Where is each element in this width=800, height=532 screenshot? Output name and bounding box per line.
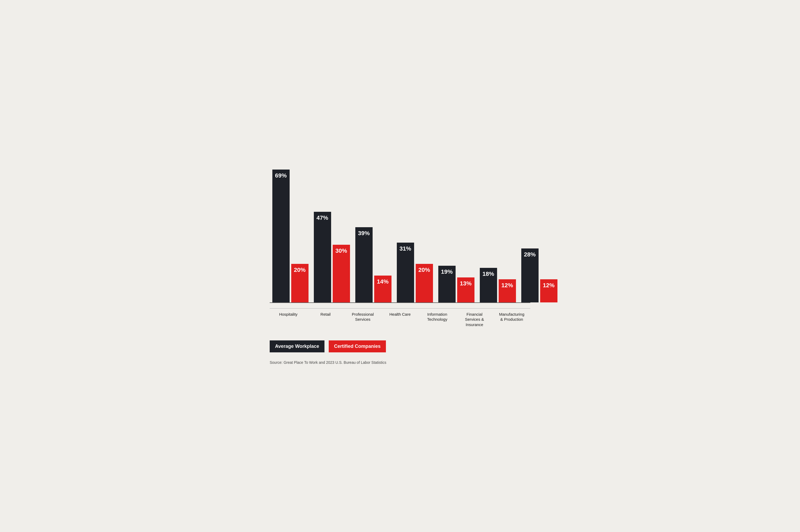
bar-label-red-manufacturing: 12% <box>543 282 554 289</box>
category-label-manufacturing: Manufacturing& Production <box>493 308 530 327</box>
group-retail: 47%30% <box>311 212 353 302</box>
source-label: Source: Great Place To Work and 2023 U.S… <box>270 360 386 365</box>
bar-dark-health-care: 31% <box>397 243 414 302</box>
legend-certified-companies-label: Certified Companies <box>334 344 381 349</box>
bar-label-dark-manufacturing: 28% <box>524 251 535 258</box>
bar-red-manufacturing: 12% <box>540 279 558 302</box>
bar-red-health-care: 20% <box>416 264 433 302</box>
legend: Average Workplace Certified Companies <box>270 340 530 353</box>
category-label-information-technology: InformationTechnology <box>419 308 456 327</box>
legend-average-workplace: Average Workplace <box>270 340 325 353</box>
source-text: Source: Great Place To Work and 2023 U.S… <box>270 360 530 365</box>
bar-label-dark-retail: 47% <box>316 214 328 221</box>
group-professional-services: 39%14% <box>353 227 394 302</box>
bar-label-dark-hospitality: 69% <box>275 172 287 179</box>
bar-label-dark-health-care: 31% <box>399 245 411 252</box>
bar-label-red-hospitality: 20% <box>294 267 306 273</box>
bar-dark-manufacturing: 28% <box>521 248 539 302</box>
group-hospitality: 69%20% <box>270 170 311 302</box>
bar-red-information-technology: 13% <box>457 278 474 302</box>
bar-label-dark-information-technology: 19% <box>441 268 453 275</box>
bar-label-red-financial-services: 12% <box>501 282 513 289</box>
category-label-hospitality: Hospitality <box>270 308 307 327</box>
group-information-technology: 19%13% <box>436 266 477 302</box>
group-manufacturing: 28%12% <box>519 248 560 302</box>
bar-red-professional-services: 14% <box>374 276 392 302</box>
bar-red-financial-services: 12% <box>499 279 516 302</box>
bar-dark-financial-services: 18% <box>480 268 497 302</box>
bar-dark-professional-services: 39% <box>355 227 372 302</box>
bar-label-dark-financial-services: 18% <box>483 270 494 278</box>
bar-label-red-information-technology: 13% <box>460 280 472 287</box>
bar-red-retail: 30% <box>333 245 350 302</box>
group-health-care: 31%20% <box>394 243 436 302</box>
bar-dark-information-technology: 19% <box>438 266 456 302</box>
bar-label-red-health-care: 20% <box>418 267 430 273</box>
bar-dark-retail: 47% <box>314 212 331 302</box>
category-label-financial-services: FinancialServices &Insurance <box>456 308 493 327</box>
bar-label-red-retail: 30% <box>335 247 347 254</box>
bar-label-red-professional-services: 14% <box>377 278 388 285</box>
group-financial-services: 18%12% <box>477 268 519 302</box>
category-labels: HospitalityRetailProfessionalServicesHea… <box>270 308 530 327</box>
bar-red-hospitality: 20% <box>291 264 309 302</box>
chart-container: 69%20%47%30%39%14%31%20%19%13%18%12%28%1… <box>254 154 546 378</box>
category-label-health-care: Health Care <box>381 308 419 327</box>
category-label-professional-services: ProfessionalServices <box>344 308 381 327</box>
bars-area: 69%20%47%30%39%14%31%20%19%13%18%12%28%1… <box>270 170 530 303</box>
category-label-retail: Retail <box>307 308 344 327</box>
legend-average-workplace-label: Average Workplace <box>275 344 319 349</box>
legend-certified-companies: Certified Companies <box>329 340 386 353</box>
bar-label-dark-professional-services: 39% <box>358 230 370 237</box>
bar-dark-hospitality: 69% <box>272 170 290 302</box>
